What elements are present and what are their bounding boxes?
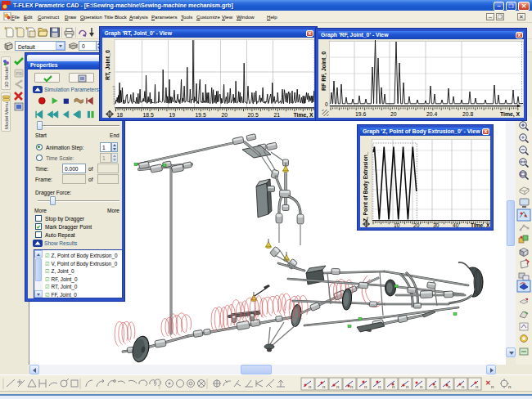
svg-text:20: 20 [390,111,397,117]
svg-text:20.8: 20.8 [462,111,473,117]
svg-text:n: n [476,384,478,389]
svg-text:n: n [420,384,422,389]
svg-text:n: n [462,384,464,389]
svg-text:n: n [364,384,367,389]
svg-text:Time, X: Time, X [471,222,490,227]
svg-text:n: n [406,384,408,389]
svg-text:20: 20 [413,222,420,227]
svg-text:Time, X: Time, X [500,111,521,118]
svg-text:n: n [350,384,353,389]
svg-text:n: n [448,384,450,389]
svg-text:10: 10 [394,222,400,227]
svg-text:n: n [378,384,381,389]
svg-text:19.6: 19.6 [355,111,366,117]
svg-text:PB: PB [16,71,23,76]
svg-text:0: 0 [325,101,328,107]
svg-text:30: 30 [433,222,440,227]
svg-text:n: n [322,384,325,389]
svg-text:18: 18 [116,112,123,118]
svg-text:n: n [309,384,311,389]
svg-text:n: n [392,384,394,389]
svg-text:n: n [336,384,339,389]
svg-text:Time, X: Time, X [293,112,313,118]
svg-text:20: 20 [221,112,228,118]
svg-text:20.5: 20.5 [247,112,258,118]
svg-text:40: 40 [453,222,459,227]
svg-text:19.5: 19.5 [195,112,205,118]
svg-text:21: 21 [273,112,280,118]
svg-text:19: 19 [169,112,175,118]
svg-text:n: n [508,384,511,389]
svg-text:20.4: 20.4 [426,111,437,117]
svg-text:✕: ✕ [485,379,491,387]
svg-text:n: n [491,384,494,389]
svg-text:18.5: 18.5 [142,112,153,118]
svg-text:n: n [434,384,436,389]
